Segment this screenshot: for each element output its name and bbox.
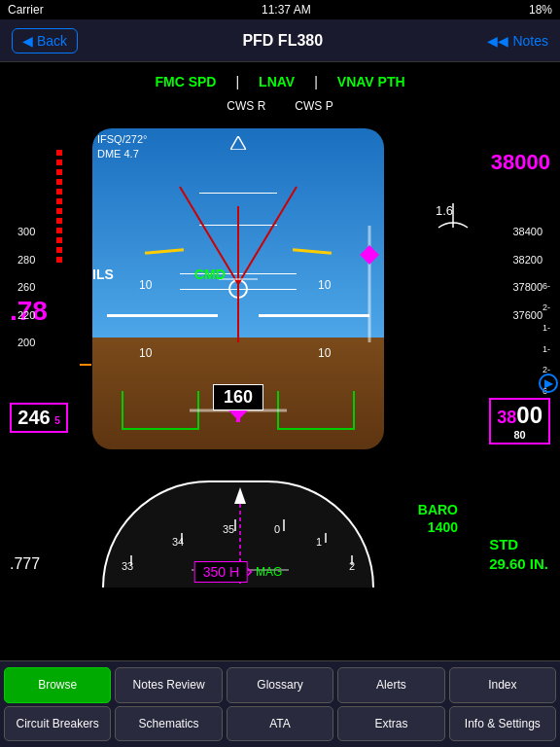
speed-tape: .78 300 280 260 220 200 246 5 (10, 140, 80, 568)
browse-button[interactable]: Browse (4, 667, 111, 703)
cmd-label: CMD (194, 267, 226, 282)
adi-overlay: 10 10 10 10 160 (92, 128, 384, 449)
back-label: Back (37, 33, 67, 49)
hsi-container: 33 34 35 0 1 2 (92, 461, 384, 587)
circuit-breakers-button[interactable]: Circuit Breakers (4, 706, 111, 742)
adi: 10 10 10 10 160 (92, 128, 384, 449)
extras-button[interactable]: Extras (337, 706, 444, 742)
speed-bug-orange (80, 364, 91, 366)
info-settings-button[interactable]: Info & Settings (449, 706, 556, 742)
speed-red-indicator (56, 150, 62, 267)
svg-text:0: 0 (274, 523, 280, 535)
alerts-button[interactable]: Alerts (337, 667, 444, 703)
nav-bar: ◀ Back PFD FL380 ◀◀ Notes (0, 19, 560, 62)
pfd-display: FMC SPD | LNAV | VNAV PTH CWS R CWS P .7… (0, 62, 560, 680)
svg-rect-7 (360, 245, 379, 265)
carrier-label: Carrier (8, 3, 44, 17)
cws-r-label: CWS R (227, 99, 265, 113)
notes-label: Notes (512, 33, 548, 49)
notes-button[interactable]: ◀◀ Notes (487, 33, 548, 49)
schematics-button[interactable]: Schematics (115, 706, 222, 742)
speed-selected-box: 246 5 (10, 403, 68, 433)
vsi-arrow-button[interactable]: ▶ (539, 374, 558, 393)
svg-text:1: 1 (316, 536, 322, 548)
mag-label: MAG (256, 565, 282, 579)
ils-label: ILS (92, 267, 114, 282)
vnav-pth-mode: VNAV PTH (337, 74, 405, 89)
svg-text:35: 35 (223, 523, 234, 535)
altitude-selected: 38000 (491, 150, 550, 175)
ata-button[interactable]: ATA (227, 706, 333, 742)
std-display: STD 29.60 IN. (489, 535, 548, 573)
altitude-current-box: 3800 80 (489, 398, 550, 445)
altitude-readout-box: 160 (213, 384, 263, 410)
svg-text:10: 10 (139, 278, 153, 292)
svg-text:10: 10 (318, 278, 332, 292)
heading-display: 350 H (194, 561, 248, 583)
cws-row: CWS R CWS P (0, 99, 560, 113)
bottom-toolbar: Browse Notes Review Glossary Alerts Inde… (0, 660, 560, 747)
svg-marker-26 (234, 487, 246, 504)
svg-line-3 (238, 187, 297, 284)
back-button[interactable]: ◀ Back (12, 28, 78, 53)
battery-label: 18% (529, 3, 552, 17)
baro-display: BARO 1400 (418, 501, 458, 536)
time-label: 11:37 AM (262, 3, 311, 17)
lnav-mode: LNAV (259, 74, 295, 89)
fmc-spd-mode: FMC SPD (155, 74, 216, 89)
ifs-info: IFSQ/272° DME 4.7 (97, 132, 147, 162)
svg-text:10: 10 (139, 346, 153, 360)
svg-text:10: 10 (318, 346, 332, 360)
notes-back-icon: ◀◀ (487, 33, 508, 49)
arc-indicator (434, 194, 472, 232)
glossary-button[interactable]: Glossary (227, 667, 333, 703)
nav-title: PFD FL380 (242, 32, 323, 50)
mach-display: .777 (10, 555, 40, 573)
notes-review-button[interactable]: Notes Review (115, 667, 222, 703)
altitude-marks: 38400 38200 37800 37600 (512, 218, 542, 329)
toolbar-row-1: Browse Notes Review Glossary Alerts Inde… (4, 667, 556, 703)
speed-marks: 300 280 260 220 200 (18, 218, 35, 357)
cws-p-label: CWS P (295, 99, 332, 113)
heading-row: 350 H MAG (194, 561, 283, 583)
back-chevron-icon: ◀ (22, 33, 33, 49)
mode-annunciations: FMC SPD | LNAV | VNAV PTH (0, 74, 560, 89)
alt-thermometer (236, 410, 240, 422)
toolbar-row-2: Circuit Breakers Schematics ATA Extras I… (4, 706, 556, 742)
index-button[interactable]: Index (449, 667, 556, 703)
status-bar: Carrier 11:37 AM 18% (0, 0, 560, 19)
altitude-tape: 38000 38400 38200 37800 37600 6- 2- 1- 1… (463, 140, 550, 568)
